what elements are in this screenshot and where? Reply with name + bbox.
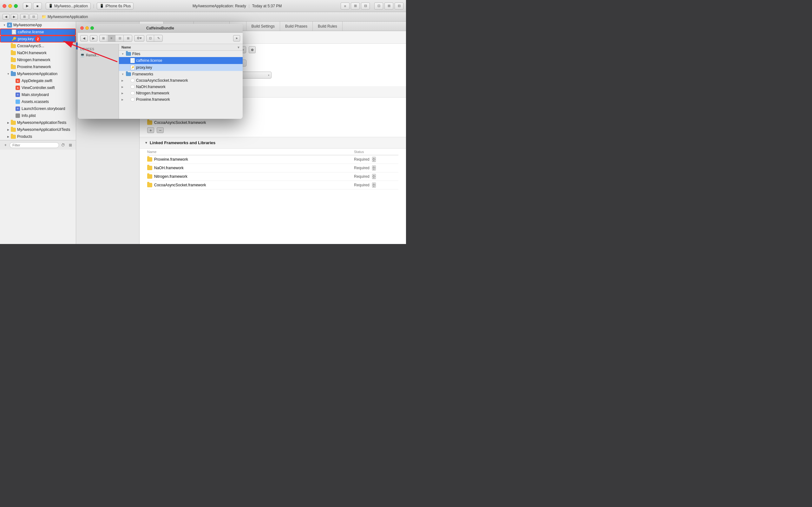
stepper-up[interactable]: ▲ <box>372 182 376 185</box>
files-folder-label: Files <box>132 52 140 56</box>
stepper-up[interactable]: ▲ <box>372 165 376 168</box>
utility-toggle-btn[interactable]: ⊟ <box>395 3 403 9</box>
filter-input[interactable] <box>9 142 59 148</box>
sidebar-item-products[interactable]: ▶ Products <box>0 133 76 140</box>
view-toggle: ⊞ ⊟ <box>20 14 38 20</box>
finder-close-btn[interactable] <box>80 26 84 30</box>
sidebar-item-appdelegate[interactable]: S AppDelegate.swift <box>0 77 76 84</box>
linked-name-cocoa: CocoaAsyncSocket.framework <box>147 183 354 187</box>
file-icon: 📄 <box>11 30 16 35</box>
run-button[interactable]: ▶ <box>23 3 32 9</box>
stepper-up[interactable]: ▲ <box>372 157 376 159</box>
finder-zoom-btn[interactable] <box>90 26 94 30</box>
linked-status-nitrogen: Required ▲ ▼ <box>354 174 398 179</box>
disclosure-icon: ▼ <box>6 72 10 76</box>
navigator-toggle-btn[interactable]: ⊡ <box>374 3 383 9</box>
sidebar-item-viewcontroller[interactable]: S ViewController.swift <box>0 84 76 91</box>
finder-icon-view-btn[interactable]: ⊞ <box>100 35 107 42</box>
sidebar-item-launchscreen[interactable]: ⊞ LaunchScreen.storyboard <box>0 105 76 112</box>
sidebar-item-root[interactable]: ▼ A MyAwesomeApp <box>0 21 76 29</box>
filter-hierarchy-btn[interactable]: ⊞ <box>67 142 73 148</box>
sidebar-item-main-storyboard[interactable]: ⊞ Main.storyboard <box>0 91 76 98</box>
close-button[interactable] <box>3 4 6 8</box>
finder-forward-btn[interactable]: ▶ <box>90 35 97 42</box>
finder-more-btn[interactable]: » <box>233 35 240 42</box>
finder-column-view-btn[interactable]: ⊟ <box>116 35 124 42</box>
finder-frameworks-folder[interactable]: ▼ Frameworks <box>119 71 243 77</box>
stepper-down[interactable]: ▼ <box>372 185 376 187</box>
scheme-selector[interactable]: 📱 iPhone 6s Plus <box>97 3 134 9</box>
finder-gear-btn[interactable]: ⚙▾ <box>134 35 144 42</box>
finder-proxy-file[interactable]: 🔑 proxy.key <box>119 64 243 71</box>
hierarchy-btn[interactable]: ⊟ <box>30 14 38 20</box>
finder-list-view-btn[interactable]: ≡ <box>108 35 115 42</box>
timestamp: Today at 5:37 PM <box>252 4 282 8</box>
stepper-down[interactable]: ▼ <box>372 159 376 162</box>
devices-header: DEVICES <box>80 48 94 51</box>
minimize-button[interactable] <box>8 4 12 8</box>
finder-naoh-framework[interactable]: ▶ NaOH.framework <box>119 83 243 90</box>
sidebar-item-tests[interactable]: ▶ MyAwesomeApplicationTests <box>0 119 76 126</box>
proxy-label: proxy.key <box>18 37 34 41</box>
linked-row-naoh: NaOH.framework Required ▲ ▼ <box>147 164 398 172</box>
linked-naoh-text: NaOH.framework <box>154 166 184 170</box>
stepper-down[interactable]: ▼ <box>372 168 376 170</box>
finder-nitrogen-framework[interactable]: ▶ Nitrogen.framework <box>119 90 243 96</box>
disclosure-icon[interactable]: ▼ <box>145 141 148 145</box>
editor-standard-btn[interactable]: ≡ <box>341 3 350 9</box>
sidebar-item-infoplist[interactable]: Info.plist <box>0 112 76 119</box>
folder-icon <box>126 72 131 76</box>
list-view-btn[interactable]: ⊞ <box>20 14 29 20</box>
finder-files-folder[interactable]: ▼ Files <box>119 51 243 57</box>
titlebar: ▶ ■ 📱 MyAweso...plication | 📱 iPhone 6s … <box>0 0 406 12</box>
stepper-proxeine[interactable]: ▲ ▼ <box>372 157 376 162</box>
finder-edit-btn[interactable]: ✎ <box>155 35 162 42</box>
finder-proxeine-framework[interactable]: ▶ Proxeine.framework <box>119 96 243 103</box>
stepper-down[interactable]: ▼ <box>372 176 376 179</box>
stop-button[interactable]: ■ <box>33 3 42 9</box>
finder-cocoa-framework[interactable]: ▶ CocoaAsyncSocket.framework <box>119 77 243 83</box>
add-file-btn[interactable]: + <box>3 142 8 148</box>
sidebar-item-proxeine[interactable]: Proxeine.framework <box>0 63 76 70</box>
remove-framework-btn[interactable]: − <box>157 127 164 133</box>
sidebar-item-cocoa[interactable]: CocoaAsyncS... <box>0 43 76 49</box>
disclosure-icon: ▶ <box>6 135 10 138</box>
editor-assistant-btn[interactable]: ⊞ <box>351 3 360 9</box>
finder-back-btn[interactable]: ◀ <box>80 35 88 42</box>
name-col-label: Name <box>121 45 131 49</box>
disclosure-icon: ▶ <box>121 86 126 89</box>
stepper-nitrogen[interactable]: ▲ ▼ <box>372 174 376 179</box>
finder-toolbar: ◀ ▶ ⊞ ≡ ⊟ ⊞ ⚙▾ ⊡ ✎ » <box>78 33 243 44</box>
sidebar-item-nitrogen[interactable]: Nitrogen.framework <box>0 56 76 63</box>
tab-build-phases[interactable]: Build Phases <box>280 21 313 31</box>
framework-icon <box>147 183 152 187</box>
forward-btn[interactable]: ▶ <box>11 14 18 20</box>
debug-toggle-btn[interactable]: ⊞ <box>385 3 393 9</box>
editor-version-btn[interactable]: ⊟ <box>361 3 370 9</box>
sidebar-item-proxy[interactable]: 🔑 proxy.key 2 <box>0 36 76 43</box>
sidebar-item-naoh[interactable]: NaOH.framework <box>0 49 76 56</box>
sidebar-item-uitests[interactable]: ▶ MyAwesomeApplicationUITests <box>0 126 76 133</box>
project-icon: A <box>7 22 12 27</box>
sidebar-item-assets[interactable]: Assets.xcassets <box>0 98 76 105</box>
linked-frameworks-list: Name Status Proxeine.framework Required … <box>140 149 406 193</box>
add-framework-btn[interactable]: + <box>147 127 154 133</box>
finder-share-btn[interactable]: ⊡ <box>147 35 154 42</box>
app-icons-settings-btn[interactable]: ⚙ <box>249 46 256 53</box>
stepper-naoh[interactable]: ▲ ▼ <box>372 165 376 170</box>
sidebar-item-caffeine[interactable]: 📄 caffeine.license <box>0 29 76 36</box>
finder-gallery-view-btn[interactable]: ⊞ <box>124 35 132 42</box>
project-selector[interactable]: 📱 MyAweso...plication <box>46 3 91 9</box>
tab-build-rules[interactable]: Build Rules <box>313 21 343 31</box>
finder-caffeine-file[interactable]: 📄 caffeine.license <box>119 57 243 64</box>
tab-build-settings[interactable]: Build Settings <box>247 21 280 31</box>
finder-remote-item[interactable]: 💻 Remot... <box>78 52 119 58</box>
stepper-up[interactable]: ▲ <box>372 174 376 176</box>
maximize-button[interactable] <box>14 4 18 8</box>
disclosure-icon <box>11 86 14 90</box>
back-btn[interactable]: ◀ <box>3 14 9 20</box>
finder-minimize-btn[interactable] <box>85 26 89 30</box>
xcassets-icon <box>15 99 20 104</box>
stepper-cocoa[interactable]: ▲ ▼ <box>372 182 376 187</box>
sidebar-item-app-group[interactable]: ▼ MyAwesomeApplication <box>0 70 76 77</box>
